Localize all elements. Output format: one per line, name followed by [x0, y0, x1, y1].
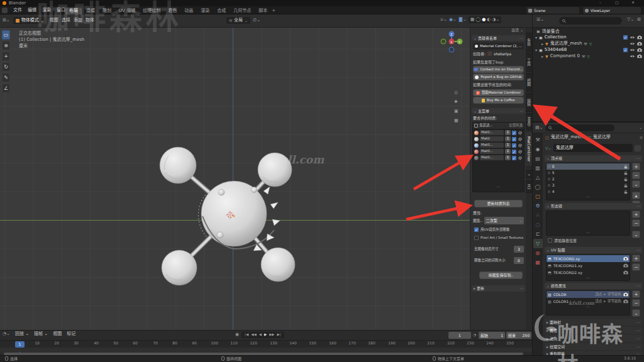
fake-user-shield-icon[interactable]	[635, 145, 641, 151]
orientation-dropdown[interactable]: ⟲ 全局 ⌄	[226, 17, 250, 24]
lock-open-icon[interactable]	[623, 165, 628, 169]
nosize-field[interactable]: 3	[514, 246, 524, 253]
eye-icon[interactable]	[630, 41, 635, 46]
remove-button[interactable]: −	[632, 299, 640, 307]
rest-position-row[interactable]: 添加静置位置	[548, 238, 577, 243]
wireframe-shading-icon[interactable]: ▦	[470, 18, 475, 22]
shading-dropdown-icon[interactable]: ◑⌄	[492, 18, 499, 22]
pixel-art-checkbox[interactable]	[474, 236, 479, 240]
material-enabled-checkbox[interactable]: ✓	[512, 143, 516, 148]
lock-open-icon[interactable]	[623, 171, 628, 175]
expand-arrow-icon[interactable]: ▾	[535, 48, 537, 52]
camera-icon[interactable]	[623, 292, 628, 297]
patreon-button[interactable]: P 赞助Material Combiner	[473, 89, 524, 96]
gear-icon[interactable]	[518, 150, 523, 154]
viewport-3d[interactable]: 正交右视图 (1) Collection | 鬼武达摩_mesh 厘米 ▭ ⊕ …	[0, 28, 532, 330]
solid-shading-icon[interactable]: ◯	[475, 18, 480, 22]
atlas-size-dropdown[interactable]: 二次型 ⌄	[484, 217, 524, 224]
pivot-point-icon[interactable]: ∅⌄	[253, 18, 260, 23]
tab-constraints-icon[interactable]: ⊏	[533, 229, 543, 239]
camera-icon[interactable]	[637, 35, 642, 40]
texture-space-panel[interactable]: ▸纹理空间⋯	[545, 343, 642, 350]
workspace-tab-texpaint[interactable]: 纹理绘制	[140, 8, 164, 14]
frame-end-field[interactable]: 结束250	[506, 332, 531, 339]
workspace-tab-animation[interactable]: 动画	[181, 8, 196, 14]
workspace-tab-shading[interactable]: 着色	[165, 8, 180, 14]
list-resize-grip[interactable]: ⋯	[473, 185, 524, 189]
workspace-tab-layout[interactable]: 布局	[65, 8, 82, 14]
outliner-type-icon[interactable]: ☰⌄	[536, 18, 544, 22]
panel-menu-icon[interactable]: ⋯	[636, 204, 640, 208]
pin-icon[interactable]: ⊙	[640, 136, 643, 140]
camera-icon[interactable]	[623, 256, 628, 261]
add-button[interactable]: +	[632, 211, 640, 218]
play-button[interactable]: ▶	[264, 333, 267, 337]
scene-selector[interactable]: Scene	[526, 7, 579, 14]
gear-icon[interactable]	[518, 143, 523, 148]
tab-modifiers-icon[interactable]: ⚙	[533, 201, 543, 211]
proportional-edit-icon[interactable]: ◉⌄	[449, 18, 457, 22]
panel-menu-icon[interactable]: ⋯	[636, 337, 640, 341]
move-up-button[interactable]: ▴	[632, 192, 640, 199]
gear-icon[interactable]	[518, 156, 523, 160]
play-reverse-button[interactable]: ◀	[259, 333, 262, 337]
material-row[interactable]: Mat0... 1 ✓	[473, 155, 524, 161]
rendered-shading-icon[interactable]: ◐	[487, 18, 491, 22]
tab-physics-icon[interactable]: ◌	[533, 220, 543, 229]
menu-playback[interactable]: 回放 ⌄	[15, 332, 29, 336]
workspace-tab-geonodes[interactable]: 几何节点	[230, 8, 254, 14]
workspace-tab-uv[interactable]: UV 编辑	[116, 8, 138, 14]
tab-scene-icon[interactable]: △	[533, 173, 543, 182]
camera-icon[interactable]	[637, 48, 642, 52]
tab-texture-icon[interactable]: ▦	[533, 258, 543, 267]
tab-particles-icon[interactable]: ∴	[533, 211, 543, 220]
close-button[interactable]: ✕	[631, 1, 635, 4]
expand-arrow-icon[interactable]: ▸	[541, 42, 543, 46]
tab-material-icon[interactable]: ◍	[533, 248, 543, 258]
add-button[interactable]: +	[632, 290, 640, 298]
object-row[interactable]: ▸ ▼ Component 0 ⚒ ▽	[533, 53, 644, 59]
remove-button[interactable]: −	[632, 219, 640, 227]
material-enabled-checkbox[interactable]: ✓	[512, 131, 516, 135]
vertex-groups-header[interactable]: ⌄顶点组 ⋯	[545, 155, 642, 162]
material-row[interactable]: Mat0... 1 ✓	[473, 129, 524, 136]
vgroup-row[interactable]: ⁞⁞5	[547, 170, 630, 176]
breadcrumb-data[interactable]: 鬼武达摩	[593, 135, 611, 140]
credits-panel-header[interactable]: ⌄ 贡献者名单 ⋯	[472, 35, 525, 41]
collection-checkbox[interactable]: ✓	[623, 35, 628, 40]
uv-crop-row[interactable]: ✓ 用UV裁剪外部图像	[474, 228, 509, 232]
timeline-ruler[interactable]: 10 20 30 40 50 60 70 80 90 100 110 120 1…	[0, 340, 532, 348]
outliner-options-icon[interactable]: ⊞	[637, 18, 641, 22]
gap-field[interactable]: 0	[514, 257, 524, 264]
minimize-button[interactable]: –	[599, 1, 601, 4]
jump-end-button[interactable]: ▶|	[277, 333, 281, 337]
prev-keyframe-button[interactable]: ◀◀	[251, 333, 256, 337]
material-name-field[interactable]: Mat0...	[480, 149, 504, 154]
uvmap-row-active[interactable]: ⬒TEXCOORD.xy	[547, 255, 630, 262]
material-name-field[interactable]: Mat0...	[480, 130, 504, 135]
object-row[interactable]: ▸ ▼ 鬼武达摩_mesh ⚒ ▽	[533, 40, 644, 47]
github-button[interactable]: Report a Bug on GitHub	[473, 74, 524, 80]
update-panel-header[interactable]: ▸ 更新 ⋯	[472, 285, 525, 292]
main-panel-header[interactable]: ⌄ 主菜单 ⋯	[472, 108, 525, 114]
material-layer-field[interactable]: 1	[505, 130, 511, 135]
specials-menu-button[interactable]: ⌄	[632, 180, 640, 188]
mode-dropdown[interactable]: 物体模式 ⌄	[13, 17, 47, 24]
face-maps-panel[interactable]: ▸面映射⋯	[545, 319, 642, 326]
material-name-field[interactable]: Mat0	[480, 136, 504, 141]
maximize-button[interactable]: ▢	[615, 1, 619, 4]
panel-menu-icon[interactable]: ⋯	[519, 109, 523, 113]
remove-button[interactable]: −	[632, 172, 640, 179]
material-shading-icon[interactable]: ●	[482, 18, 486, 22]
uv-maps-header[interactable]: ⌄UV 贴图 ⋯	[545, 247, 642, 253]
tab-viewlayer-icon[interactable]: ▥	[533, 163, 543, 173]
menu-view[interactable]: 视图	[53, 332, 62, 336]
eye-icon[interactable]	[630, 48, 635, 52]
panel-menu-icon[interactable]: ⋯	[519, 36, 523, 40]
eye-icon[interactable]	[630, 35, 635, 40]
tab-render-icon[interactable]: ◉	[533, 145, 543, 154]
camera-icon[interactable]	[623, 299, 628, 304]
add-button[interactable]: +	[632, 163, 640, 170]
breadcrumb-object[interactable]: 鬼武达摩_mesh	[551, 135, 583, 140]
material-layer-field[interactable]: 1	[505, 149, 511, 154]
